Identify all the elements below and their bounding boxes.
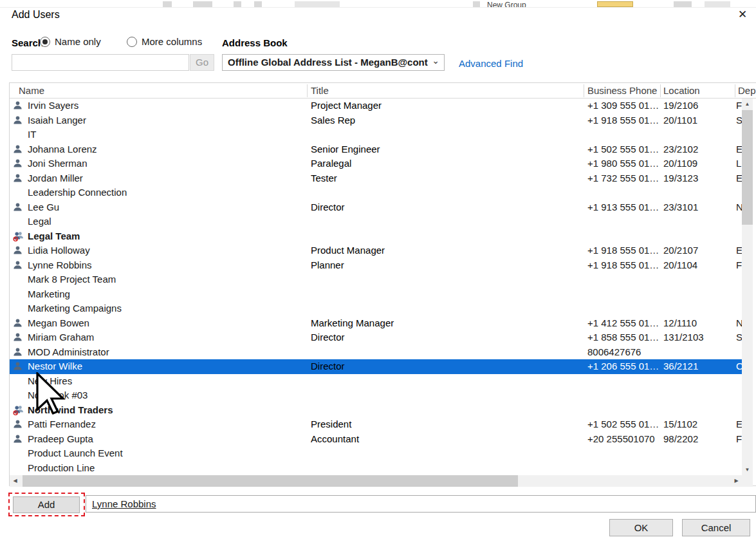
cancel-button[interactable]: Cancel [682, 519, 750, 536]
cell-name: Mark 8 Project Team [28, 272, 116, 287]
column-header-title[interactable]: Title [311, 85, 329, 96]
list-item[interactable]: Mark 8 Project Team [10, 272, 742, 287]
cell-phone: +1 502 555 01… [587, 417, 659, 432]
cell-name: Johanna Lorenz [28, 142, 97, 157]
cell-loc: 20/1101 [663, 113, 697, 128]
cell-phone: +1 918 555 01… [587, 243, 659, 258]
list-item[interactable]: Isaiah LangerSales Rep+1 918 555 01…20/1… [10, 113, 742, 128]
cell-dept: S [736, 113, 742, 128]
list-item[interactable]: Joni ShermanParalegal+1 980 555 01…20/11… [10, 156, 742, 171]
cell-title: Senior Engineer [311, 142, 380, 157]
cell-dept: N [736, 200, 742, 215]
scroll-up-icon[interactable]: ▲ [742, 99, 753, 109]
cell-title: President [311, 417, 351, 432]
list-item[interactable]: Legal [10, 214, 742, 229]
close-icon[interactable]: ✕ [735, 8, 750, 22]
list-item[interactable]: Johanna LorenzSenior Engineer+1 502 555 … [10, 142, 742, 157]
list-item[interactable]: IT [10, 127, 742, 142]
cell-title: Product Manager [311, 243, 385, 258]
person-icon [13, 260, 26, 271]
list-item[interactable]: Irvin SayersProject Manager+1 309 555 01… [10, 99, 742, 113]
list-item[interactable]: Nestor WilkeDirector+1 206 555 01…36/212… [10, 359, 742, 374]
cell-phone: +1 206 555 01… [587, 359, 659, 374]
cell-dept: F [736, 432, 742, 447]
list-item[interactable]: Jordan MillerTester+1 732 555 01…19/3123… [10, 171, 742, 186]
list-item[interactable]: Lee GuDirector+1 913 555 01…23/3101N [10, 200, 742, 215]
column-header-dept[interactable]: Dep [738, 85, 756, 96]
ok-button[interactable]: OK [609, 519, 673, 536]
no-icon [13, 216, 26, 227]
cell-loc: 12/1110 [663, 316, 697, 331]
ribbon-fragment [597, 1, 633, 7]
ribbon-fragment [163, 1, 172, 7]
list-header: Name Title Business Phone Location Dep [10, 83, 756, 99]
scroll-down-icon[interactable]: ▼ [742, 464, 753, 475]
cell-name: Miriam Graham [28, 330, 94, 345]
person-icon [13, 419, 26, 430]
list-item[interactable]: Marketing Campaigns [10, 301, 742, 316]
vertical-scrollbar-thumb[interactable] [742, 110, 753, 225]
cell-name: Irvin Sayers [28, 99, 78, 113]
person-icon [13, 332, 26, 343]
list-item[interactable]: Patti FernandezPresident+1 502 555 01…15… [10, 417, 742, 432]
no-icon [13, 303, 26, 314]
person-icon [13, 100, 26, 111]
horizontal-scrollbar[interactable]: ◀ ▶ [10, 475, 742, 487]
scrollbar-corner [742, 475, 753, 487]
list-item[interactable]: Product Launch Event [10, 446, 742, 461]
column-header-phone[interactable]: Business Phone [587, 85, 657, 96]
cell-loc: 20/2107 [663, 243, 698, 258]
search-input[interactable] [12, 54, 189, 71]
no-icon [13, 289, 26, 300]
no-icon [13, 274, 26, 285]
list-item[interactable]: Megan BowenMarketing Manager+1 412 555 0… [10, 316, 742, 331]
cell-name: Lee Gu [28, 200, 59, 215]
list-item[interactable]: Marketing [10, 287, 742, 302]
horizontal-scrollbar-thumb[interactable] [23, 475, 518, 487]
address-book-select[interactable]: Offline Global Address List - MeganB@con… [222, 54, 445, 71]
cell-name: IT [28, 127, 36, 142]
ribbon-fragment [254, 1, 262, 7]
cell-name: Lynne Robbins [28, 258, 92, 273]
column-header-location[interactable]: Location [663, 85, 700, 96]
list-item[interactable]: Lidia HollowayProduct Manager+1 918 555 … [10, 243, 742, 258]
cell-loc: 20/1104 [663, 258, 697, 273]
list-item[interactable]: Lynne RobbinsPlanner+1 918 555 01…20/110… [10, 258, 742, 273]
vertical-scrollbar[interactable]: ▲ ▼ [742, 99, 753, 475]
chevron-down-icon: ⌄ [432, 54, 439, 68]
group-blocked-icon [13, 231, 26, 242]
radio-more-columns[interactable]: More columns [127, 36, 202, 47]
cell-name: Legal Team [28, 229, 80, 244]
list-item[interactable]: Northwind Traders [10, 403, 742, 418]
list-item[interactable]: Legal Team [10, 229, 742, 244]
list-item[interactable]: Miriam GrahamDirector+1 858 555 01…131/2… [10, 330, 742, 345]
cell-title: Accountant [311, 432, 359, 447]
no-icon [13, 390, 26, 401]
advanced-find-link[interactable]: Advanced Find [459, 58, 523, 69]
cell-phone: +20 255501070 [587, 432, 655, 447]
add-button[interactable]: Add [13, 496, 80, 513]
cell-name: New Hires [28, 374, 72, 389]
scroll-right-icon[interactable]: ▶ [731, 475, 742, 487]
radio-more-columns-label: More columns [142, 36, 202, 47]
cell-name: Patti Fernandez [28, 417, 96, 432]
header-separator [735, 84, 735, 97]
members-field[interactable]: Lynne Robbins [86, 495, 756, 513]
go-button[interactable]: Go [190, 54, 214, 71]
scroll-left-icon[interactable]: ◀ [10, 475, 21, 487]
person-icon [13, 173, 26, 184]
cell-name: Lidia Holloway [28, 243, 90, 258]
list-item[interactable]: Pradeep GuptaAccountant+20 25550107098/2… [10, 432, 742, 447]
cell-dept: E [736, 243, 742, 258]
cell-dept: L [736, 156, 742, 171]
cell-dept: F [736, 258, 742, 273]
list-item[interactable]: Production Line [10, 461, 742, 476]
list-item[interactable]: Leadership Connection [10, 185, 742, 200]
radio-name-only[interactable]: Name only [40, 36, 101, 47]
list-item[interactable]: Notebook #03 [10, 388, 742, 403]
person-icon [13, 347, 26, 358]
column-header-name[interactable]: Name [19, 85, 44, 96]
list-item[interactable]: New Hires [10, 374, 742, 389]
list-item[interactable]: MOD Administrator8006427676 [10, 345, 742, 360]
no-icon [13, 463, 26, 474]
